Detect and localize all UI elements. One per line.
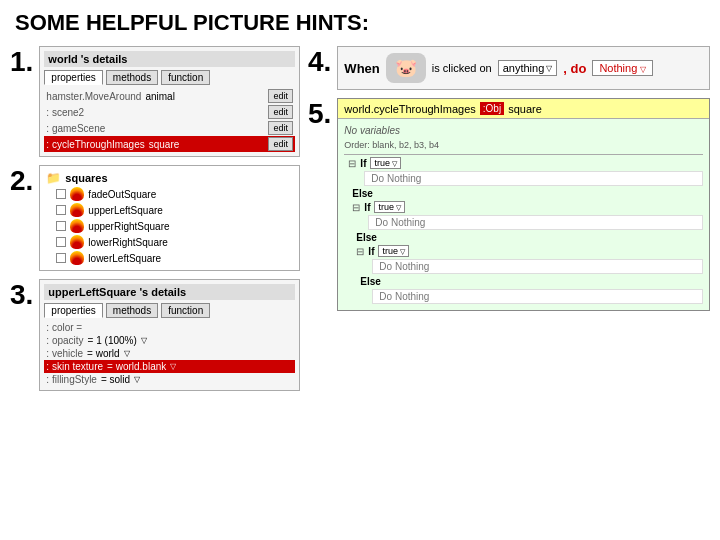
- anything-dropdown[interactable]: anything: [498, 60, 558, 76]
- item-label-4: lowerRightSquare: [88, 237, 168, 248]
- prop-val-3: = world: [87, 348, 120, 359]
- pig-avatar: 🐷: [386, 53, 426, 83]
- panel-world-details: world 's details properties methods func…: [39, 46, 300, 157]
- fire-icon-1: [70, 187, 84, 201]
- prop-label-5: : fillingStyle: [46, 374, 97, 385]
- checkbox-icon-2: [56, 205, 66, 215]
- order-line: Order: blank, b2, b3, b4: [344, 138, 703, 152]
- prop-label-1: : color =: [46, 322, 82, 333]
- page-title: SOME HELPFUL PICTURE HINTS:: [0, 0, 720, 41]
- edit-btn-2[interactable]: edit: [268, 105, 293, 119]
- item-label-2: upperLeftSquare: [88, 205, 163, 216]
- hint-4-number: 4.: [308, 46, 331, 78]
- detail-label-2: : scene2: [46, 107, 84, 118]
- panel3-title: upperLeftSquare 's details: [44, 284, 295, 300]
- panel-squares: 📁 squares fadeOutSquare upperLeftSquare: [39, 165, 300, 271]
- prop-val-2: = 1 (100%): [88, 335, 137, 346]
- if-label-2: If: [364, 202, 370, 213]
- tab-properties-3[interactable]: properties: [44, 303, 102, 318]
- checkbox-icon-5: [56, 253, 66, 263]
- detail-row-3: : gameScene edit: [44, 120, 295, 136]
- detail-row-1: hamster.MoveAround animal edit: [44, 88, 295, 104]
- folder-icon: 📁: [46, 171, 61, 185]
- detail-label-4: : cycleThroughImages: [46, 139, 144, 150]
- edit-btn-3[interactable]: edit: [268, 121, 293, 135]
- item-label-5: lowerLeftSquare: [88, 253, 161, 264]
- hint-2-number: 2.: [10, 165, 33, 197]
- else-label-3: Else: [360, 276, 703, 287]
- if-block-3: ⊟ If true Do Nothing Else Do Nothing: [356, 245, 703, 304]
- collapse-icon-3[interactable]: ⊟: [356, 246, 364, 257]
- prop-val-5: = solid: [101, 374, 130, 385]
- tab-methods-1[interactable]: methods: [106, 70, 158, 85]
- do-nothing-3: Do Nothing: [372, 259, 703, 274]
- is-clicked-label: is clicked on: [432, 62, 492, 74]
- cycle-square-text: square: [508, 103, 542, 115]
- do-nothing-1: Do Nothing: [364, 171, 703, 186]
- tab-methods-3[interactable]: methods: [106, 303, 158, 318]
- tab-properties-1[interactable]: properties: [44, 70, 102, 85]
- dropdown-icon-3: ▽: [124, 349, 130, 358]
- list-item: fadeOutSquare: [56, 186, 295, 202]
- do-nothing-4: Do Nothing: [372, 289, 703, 304]
- edit-btn-1[interactable]: edit: [268, 89, 293, 103]
- if-block-1: ⊟ If true Do Nothing Else ⊟ If true: [348, 157, 703, 304]
- detail-label-3: : gameScene: [46, 123, 105, 134]
- else-label-1: Else: [352, 188, 703, 199]
- checkbox-icon-1: [56, 189, 66, 199]
- prop-row-2: : opacity = 1 (100%) ▽: [44, 334, 295, 347]
- panel-cycle: world.cycleThroughImages :Obj square No …: [337, 98, 710, 311]
- checkbox-icon-3: [56, 221, 66, 231]
- prop-label-2: : opacity: [46, 335, 83, 346]
- detail-label-1: hamster.MoveAround: [46, 91, 141, 102]
- collapse-icon-1[interactable]: ⊟: [348, 158, 356, 169]
- tab-function-3[interactable]: function: [161, 303, 210, 318]
- prop-label-4: : skin texture: [46, 361, 103, 372]
- panel1-title: world 's details: [44, 51, 295, 67]
- fire-icon-3: [70, 219, 84, 233]
- when-label: When: [344, 61, 379, 76]
- prop-val-4: = world.blank: [107, 361, 166, 372]
- dropdown-icon-2: ▽: [141, 336, 147, 345]
- else-label-2: Else: [356, 232, 703, 243]
- dropdown-icon-5: ▽: [134, 375, 140, 384]
- item-label-1: fadeOutSquare: [88, 189, 156, 200]
- fire-icon-4: [70, 235, 84, 249]
- no-vars: No variables: [344, 123, 703, 138]
- prop-row-1: : color =: [44, 321, 295, 334]
- condition-dropdown-3[interactable]: true: [378, 245, 408, 257]
- checkbox-icon-4: [56, 237, 66, 247]
- prop-label-3: : vehicle: [46, 348, 83, 359]
- prop-row-5: : fillingStyle = solid ▽: [44, 373, 295, 386]
- if-block-2: ⊟ If true Do Nothing Else ⊟ If: [352, 201, 703, 304]
- tab-function-1[interactable]: function: [161, 70, 210, 85]
- edit-btn-4[interactable]: edit: [268, 137, 293, 151]
- cycle-title-text: world.cycleThroughImages: [344, 103, 475, 115]
- fire-icon-5: [70, 251, 84, 265]
- fire-icon-2: [70, 203, 84, 217]
- hint-1-number: 1.: [10, 46, 33, 78]
- list-item: lowerLeftSquare: [56, 250, 295, 266]
- panel-square-details: upperLeftSquare 's details properties me…: [39, 279, 300, 391]
- panel-when-clicked: When 🐷 is clicked on anything , do Nothi…: [337, 46, 710, 90]
- squares-title-text: squares: [65, 172, 107, 184]
- prop-row-3: : vehicle = world ▽: [44, 347, 295, 360]
- detail-sub-1: animal: [145, 91, 174, 102]
- hint-3-number: 3.: [10, 279, 33, 311]
- do-nothing-2: Do Nothing: [368, 215, 703, 230]
- detail-row-2: : scene2 edit: [44, 104, 295, 120]
- cycle-highlight-box: :Obj: [480, 102, 504, 115]
- condition-dropdown-2[interactable]: true: [374, 201, 404, 213]
- if-label-3: If: [368, 246, 374, 257]
- list-item: upperRightSquare: [56, 218, 295, 234]
- cycle-title-bar: world.cycleThroughImages :Obj square: [338, 99, 709, 119]
- if-label-1: If: [360, 158, 366, 169]
- nothing-dropdown[interactable]: Nothing: [592, 60, 652, 76]
- collapse-icon-2[interactable]: ⊟: [352, 202, 360, 213]
- list-item: lowerRightSquare: [56, 234, 295, 250]
- do-label: , do: [563, 61, 586, 76]
- detail-sub-4: square: [149, 139, 180, 150]
- detail-row-4: : cycleThroughImages square edit: [44, 136, 295, 152]
- item-label-3: upperRightSquare: [88, 221, 169, 232]
- condition-dropdown-1[interactable]: true: [370, 157, 400, 169]
